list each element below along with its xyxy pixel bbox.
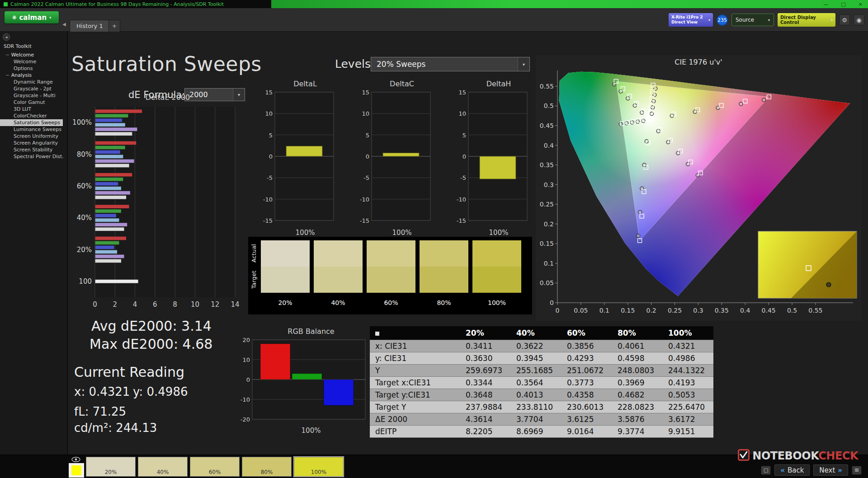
meter-dropdown[interactable]: X-Rite i1Pro 2 Direct View ▾ <box>669 13 713 27</box>
chart-title: DeltaC <box>355 80 433 89</box>
svg-text:-10: -10 <box>263 196 273 203</box>
sidebar-item-spectral-power-dist-[interactable]: Spectral Power Dist. <box>0 153 67 160</box>
table-cell: 0.5053 <box>663 389 713 401</box>
sidebar-item-grayscale-multi[interactable]: Grayscale - Multi <box>0 92 67 99</box>
plus-icon: + <box>112 23 117 29</box>
display-control-dropdown[interactable]: Direct Display Control ▾ <box>778 13 835 27</box>
sidebar-item-screen-stability[interactable]: Screen Stability <box>0 146 67 153</box>
levels-value: 20% Sweeps <box>377 60 425 69</box>
svg-text:0.15: 0.15 <box>540 240 554 247</box>
chevron-down-icon: ▾ <box>49 15 52 20</box>
saturation-swatch-20%: 20% <box>261 240 310 306</box>
meter-mode: Direct View <box>671 20 703 25</box>
swatch-label: 100% <box>472 299 521 306</box>
sidebar-item-analysis[interactable]: Analysis <box>0 72 67 79</box>
close-button[interactable]: × <box>859 1 863 7</box>
current-patch-color <box>71 465 81 475</box>
patch-tile-100%[interactable]: 100% <box>294 457 344 477</box>
sidebar-item-welcome[interactable]: Welcome <box>0 52 67 58</box>
table-corner-icon <box>375 332 379 336</box>
cie-diagram-panel: CIE 1976 u'v' 000.050.050.10.10.150.150.… <box>536 55 861 321</box>
svg-text:0.25: 0.25 <box>668 307 682 314</box>
actual-swatch <box>420 240 468 267</box>
back-button[interactable]: « Back <box>774 464 810 476</box>
table-cell: 0.3969 <box>612 376 663 389</box>
svg-text:12: 12 <box>211 300 219 309</box>
column-header-60%: 60% <box>561 326 612 340</box>
current-reading-heading: Current Reading <box>74 364 184 380</box>
patch-count-badge[interactable]: 235 <box>717 14 728 26</box>
svg-text:0: 0 <box>93 300 97 309</box>
table-cell: 0.4598 <box>612 352 663 364</box>
patch-tile-20%[interactable]: 20% <box>86 457 136 477</box>
table-cell: 0.3773 <box>561 376 612 389</box>
sidebar-item-saturation-sweeps[interactable]: Saturation Sweeps <box>0 119 63 126</box>
svg-text:100: 100 <box>79 277 92 286</box>
table-cell: 228.0823 <box>612 401 663 413</box>
deltah-chart: DeltaH151050-5-10-15100% <box>452 80 530 237</box>
actual-target-swatch-panel: Actual Target 20%40%60%80%100% <box>248 237 532 314</box>
sidebar-item-screen-uniformity[interactable]: Screen Uniformity <box>0 133 67 140</box>
svg-text:5: 5 <box>462 132 466 139</box>
sidebar-item-grayscale-2pt[interactable]: Grayscale - 2pt <box>0 85 67 92</box>
table-corner-cell <box>370 326 460 340</box>
table-row: x: CIE310.34110.36220.38560.40610.4321 <box>370 340 713 352</box>
saturation-swatch-40%: 40% <box>314 240 363 306</box>
tab-history-1[interactable]: History 1 <box>70 20 110 32</box>
table-cell: 255.1685 <box>511 364 561 376</box>
table-cell: 0.4061 <box>612 340 663 352</box>
table-cell: 0.3622 <box>511 340 561 352</box>
swatch-label: 80% <box>420 299 468 306</box>
sidebar-item-color-gamut[interactable]: Color Gamut <box>0 99 67 106</box>
rgb-balance-canvas: 20100-10-20 <box>234 337 370 423</box>
calman-main-menu-button[interactable]: ❋ calman ▾ <box>5 11 59 23</box>
current-x: x: 0.4321 <box>74 385 130 398</box>
chart-xlabel: 100% <box>452 229 530 237</box>
maximize-button[interactable]: □ <box>841 1 845 7</box>
table-cell: 0.3648 <box>460 389 511 401</box>
layout-grid-button[interactable]: ⊞ <box>852 466 862 475</box>
detach-window-button[interactable]: □ <box>761 466 771 475</box>
target-swatch <box>367 267 415 293</box>
target-swatch <box>314 267 363 293</box>
sidebar-item-dynamic-range[interactable]: Dynamic Range <box>0 79 67 85</box>
sidebar-item-colorchecker[interactable]: ColorChecker <box>0 112 67 119</box>
row-label: Y <box>370 364 460 376</box>
sidebar-collapse-button[interactable]: ◂ <box>3 33 10 41</box>
svg-text:0.5: 0.5 <box>544 102 554 109</box>
sidebar-item-luminance-sweeps[interactable]: Luminance Sweeps <box>0 126 67 133</box>
session-power-button[interactable]: ◉ <box>854 14 864 25</box>
titlebar: Calman 2022 Calman Ultimate for Business… <box>0 0 868 8</box>
patch-tile-40%[interactable]: 40% <box>138 457 188 477</box>
source-dropdown[interactable]: Source ▾ <box>731 14 774 26</box>
chart-xlabel: 100% <box>355 229 433 237</box>
settings-gear-button[interactable]: ⚙ <box>839 14 850 25</box>
table-cell: 0.4682 <box>612 389 663 401</box>
collapse-tab-strip-button[interactable]: ◀ <box>62 22 66 27</box>
chart-title: RGB Balance <box>234 327 370 337</box>
table-cell: 0.4358 <box>561 389 612 401</box>
svg-text:-15: -15 <box>360 217 369 224</box>
svg-text:2: 2 <box>113 300 118 309</box>
table-cell: 9.9151 <box>663 425 713 437</box>
sidebar-item-screen-angularity[interactable]: Screen Angularity <box>0 140 67 146</box>
patch-label: 100% <box>294 469 343 475</box>
table-cell: 225.6470 <box>663 401 713 413</box>
calman-logo-text: calman <box>19 14 47 22</box>
svg-text:0.35: 0.35 <box>540 161 554 169</box>
svg-text:0: 0 <box>462 153 466 160</box>
levels-dropdown[interactable]: 20% Sweeps ▾ <box>371 57 530 71</box>
watermark-text-1: NOTEBOOK <box>752 450 818 462</box>
table-cell: 3.6125 <box>561 413 612 425</box>
sidebar-item-3d-lut[interactable]: 3D LUT <box>0 106 67 112</box>
table-cell: 259.6973 <box>460 364 511 376</box>
titlebar-accent-strip <box>271 0 868 8</box>
patch-tile-60%[interactable]: 60% <box>190 457 240 477</box>
next-button[interactable]: Next » <box>813 464 848 476</box>
sidebar-item-options[interactable]: Options <box>0 65 67 72</box>
patch-tile-80%[interactable]: 80% <box>242 457 292 477</box>
svg-text:0.55: 0.55 <box>808 307 822 314</box>
minimize-button[interactable]: — <box>823 1 828 7</box>
sidebar-item-welcome[interactable]: Welcome <box>0 58 67 65</box>
add-tab-button[interactable]: + <box>108 20 120 32</box>
